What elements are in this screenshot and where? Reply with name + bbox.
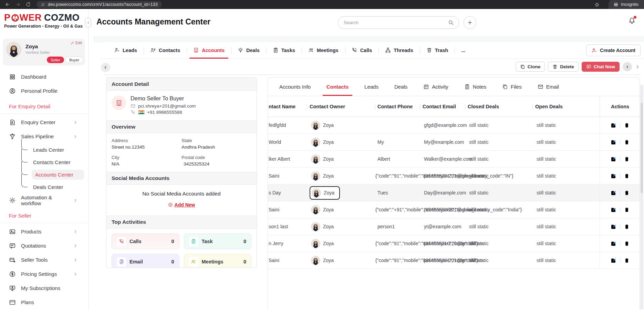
scrollbar-thumb[interactable]	[641, 103, 643, 193]
sidebar-subitem[interactable]: Accounts Center	[21, 168, 88, 181]
search-icon[interactable]	[448, 20, 454, 26]
delete-icon[interactable]	[624, 122, 630, 128]
delete-icon[interactable]	[624, 173, 630, 179]
contact-owner-cell[interactable]: Zoya	[307, 136, 375, 148]
col-open-deals[interactable]: Open Deals	[532, 104, 600, 109]
brand-logo[interactable]: P WER COZMO Power Generation - Energy - …	[0, 9, 88, 36]
module-tab[interactable]: Trash	[420, 42, 455, 58]
edit-icon[interactable]	[610, 223, 616, 230]
chat-now-button[interactable]: Chat Now	[582, 62, 620, 72]
detail-tab[interactable]: Activity	[415, 78, 456, 96]
detail-tab[interactable]: Email	[530, 78, 567, 96]
delete-icon[interactable]	[624, 190, 630, 196]
clone-button[interactable]: Clone	[516, 62, 545, 72]
detail-tab[interactable]: Accounts Info	[271, 78, 319, 96]
next-record-button[interactable]	[635, 64, 640, 69]
contact-owner-cell[interactable]: Zoya	[307, 254, 375, 267]
table-row[interactable]: lker Albert Zoya Albert Walker@example.c…	[268, 151, 640, 168]
table-row[interactable]: Saini Zoya {"code":"+91","mobile":"89665…	[268, 201, 640, 218]
activity-card[interactable]: Email 0	[112, 254, 179, 268]
buyer-toggle[interactable]: Buyer	[65, 57, 83, 63]
sidebar-item[interactable]: Dashboard	[0, 70, 88, 84]
module-tab[interactable]: Threads	[378, 42, 419, 58]
sidebar-item[interactable]: Personal Profile	[0, 84, 88, 98]
sidebar-subitem[interactable]: Deals Center	[21, 181, 88, 193]
edit-icon[interactable]	[610, 139, 616, 145]
global-search[interactable]	[338, 16, 459, 29]
table-row[interactable]: World Zoya My My@example.com still stati…	[268, 134, 640, 151]
module-tab[interactable]: Calls	[345, 42, 379, 58]
module-tab[interactable]: Contacts	[144, 42, 187, 58]
delete-icon[interactable]	[624, 257, 630, 263]
col-contact-email[interactable]: Contact Email	[420, 104, 465, 109]
contact-owner-cell[interactable]: Zoya	[307, 170, 375, 182]
sidebar-item[interactable]: Seller Tools	[0, 253, 88, 267]
detail-tab[interactable]: Leads	[356, 78, 386, 96]
sidebar-item[interactable]: Quotations	[0, 239, 88, 253]
add-button[interactable]	[464, 16, 476, 29]
edit-icon[interactable]	[610, 190, 616, 196]
back-record-button[interactable]	[101, 63, 110, 72]
sidebar-subitem[interactable]: Leads Center	[21, 143, 88, 156]
reload-icon[interactable]	[25, 2, 31, 7]
col-contact-phone[interactable]: Contact Phone	[375, 104, 420, 109]
table-row[interactable]: fedfgfdd Zoya gfgd@example.com still sta…	[268, 117, 640, 134]
detail-tab[interactable]: Files	[494, 78, 530, 96]
seller-toggle[interactable]: Seller	[47, 57, 64, 63]
sidebar-item[interactable]: Automation & workflow	[0, 193, 88, 207]
sidebar-item[interactable]: Plans	[0, 295, 88, 309]
contact-owner-cell[interactable]: Zoya	[307, 204, 375, 216]
prev-record-button[interactable]	[623, 62, 632, 71]
activity-card[interactable]: Meetings 0	[184, 254, 252, 268]
bookmark-star-icon[interactable]	[594, 2, 600, 7]
module-tab[interactable]: Accounts	[187, 42, 231, 58]
create-account-button[interactable]: Create Account	[586, 44, 641, 56]
sidebar-subitem[interactable]: Contacts Center	[21, 156, 88, 168]
contact-owner-cell[interactable]: Zoya	[307, 119, 375, 131]
contact-owner-cell[interactable]: Zoya	[307, 221, 375, 233]
col-contact-owner[interactable]: Contact Owner	[307, 104, 375, 109]
module-tab[interactable]: Deals	[231, 42, 266, 58]
address-bar[interactable]: dev.powercozmo.com/crmV1/accounts?accoun…	[37, 1, 162, 8]
site-settings-icon[interactable]	[41, 2, 45, 7]
edit-icon[interactable]	[610, 156, 616, 162]
table-row[interactable]: son1 last Zoya person1 yt@example.com st…	[268, 218, 640, 235]
sidebar-item[interactable]: Enquiry Center	[0, 115, 88, 129]
module-tab[interactable]: Meetings	[302, 42, 345, 58]
edit-icon[interactable]	[610, 207, 616, 213]
search-input[interactable]	[338, 20, 448, 25]
contact-owner-cell[interactable]: Zoya	[307, 153, 375, 165]
edit-icon[interactable]	[610, 257, 616, 263]
delete-icon[interactable]	[624, 207, 630, 213]
delete-icon[interactable]	[624, 223, 630, 230]
activity-card[interactable]: Task 0	[184, 233, 252, 249]
scrollbar-track[interactable]	[640, 85, 643, 309]
back-icon[interactable]	[5, 2, 10, 7]
sidebar-item[interactable]: Sales Pipeline	[0, 129, 88, 143]
delete-icon[interactable]	[624, 156, 630, 162]
forward-icon[interactable]	[15, 2, 21, 7]
edit-icon[interactable]	[610, 173, 616, 179]
notifications-button[interactable]	[628, 17, 636, 26]
url-text[interactable]: dev.powercozmo.com/crmV1/accounts?accoun…	[48, 2, 158, 7]
table-row[interactable]: s Day Zoya Tues Day@example.com still st…	[268, 184, 640, 201]
edit-profile-link[interactable]: Edit	[71, 41, 82, 45]
contact-owner-cell[interactable]: Zoya	[307, 238, 375, 250]
col-closed-deals[interactable]: Closed Deals	[465, 104, 532, 109]
contact-owner-cell[interactable]: Zoya	[307, 186, 375, 200]
add-new-link[interactable]: Add New	[168, 202, 195, 208]
module-tab[interactable]: ...	[455, 42, 472, 58]
sidebar-item[interactable]: Pricing Settings	[0, 267, 88, 281]
detail-tab[interactable]: Notes	[456, 78, 494, 96]
sidebar-collapse-button[interactable]	[85, 18, 91, 27]
table-row[interactable]: n Jerry Zoya {"code":"91","mobile":"8966…	[268, 235, 640, 252]
detail-tab[interactable]: Deals	[386, 78, 415, 96]
sidebar-item[interactable]: Products	[0, 224, 88, 239]
sidebar-item[interactable]: My Subscriptions	[0, 281, 88, 295]
delete-icon[interactable]	[624, 240, 630, 247]
table-row[interactable]: Saini Zoya {"code":"91","mobile":"896655…	[268, 168, 640, 184]
delete-icon[interactable]	[624, 139, 630, 145]
col-contact-name[interactable]: ntact Name	[268, 104, 307, 109]
detail-tab[interactable]: Contacts	[319, 78, 356, 96]
edit-icon[interactable]	[610, 122, 616, 128]
